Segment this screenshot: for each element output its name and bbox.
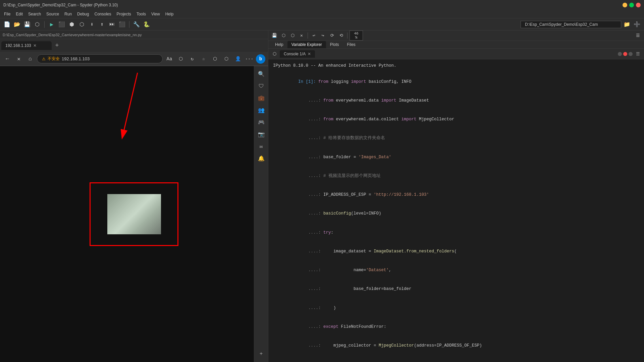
menu-search[interactable]: Search: [25, 11, 44, 17]
stop-button[interactable]: ⬛: [118, 20, 126, 29]
sidebar-shield-icon[interactable]: 🛡: [256, 81, 267, 92]
sp-sep2: [347, 33, 347, 39]
console-tab-label: Console 1/A: [284, 52, 306, 56]
sp-rotate2-button[interactable]: ⟲: [337, 32, 345, 40]
browse-folder-button[interactable]: 📁: [623, 20, 631, 29]
reader-view-button[interactable]: Aa: [165, 54, 174, 64]
add-path-button[interactable]: ➕: [633, 20, 641, 29]
title-text: D:\Esp_Cam\Spyder_Demo\Esp32_Cam - Spyde…: [3, 3, 623, 7]
sp-close-button[interactable]: ✕: [298, 32, 306, 40]
tab-help[interactable]: Help: [271, 41, 287, 48]
address-bar[interactable]: ⚠ 不安全 192.168.1.103: [37, 54, 163, 63]
code-line-2: ....: from everywhereml.data import Imag…: [273, 91, 639, 110]
console-tab-active[interactable]: Console 1/A ✕: [280, 50, 315, 58]
sidebar-bell-icon[interactable]: 🔔: [256, 153, 267, 164]
sidebar-add-icon[interactable]: +: [256, 349, 267, 359]
debug-button[interactable]: ⬡: [77, 20, 86, 29]
browser-tab-bar: 192.168.1.103 ✕ +: [0, 39, 268, 52]
console-dot-gray[interactable]: [618, 52, 622, 56]
sidebar-games-icon[interactable]: 🎮: [256, 117, 267, 128]
back-button[interactable]: ←: [3, 54, 12, 64]
menu-source[interactable]: Source: [44, 11, 62, 17]
download-button[interactable]: ⬡: [222, 54, 231, 64]
more-button[interactable]: ···: [245, 54, 254, 64]
menu-edit[interactable]: Edit: [13, 11, 25, 17]
new-file-button[interactable]: 📄: [3, 20, 11, 29]
run-cell-advance-button[interactable]: ⬢: [67, 20, 76, 29]
console-controls: [618, 52, 633, 56]
sidebar-people-icon[interactable]: 👥: [256, 105, 267, 116]
spyder-top-toolbar: 💾 ⬡ ⬡ ✕ ↩ ↪ ⟳ ⟲ 46 % ☰: [268, 31, 644, 41]
minimize-button[interactable]: [623, 3, 627, 7]
sp-menu-button[interactable]: ☰: [634, 32, 642, 40]
spyder-panel: 💾 ⬡ ⬡ ✕ ↩ ↪ ⟳ ⟲ 46 % ☰ Help Variable Exp…: [268, 31, 644, 362]
new-tab-button[interactable]: +: [52, 41, 62, 50]
console-dot-red[interactable]: [623, 52, 627, 56]
code-line-1: In [1]: from logging import basicConfig,…: [273, 72, 639, 91]
refresh-button[interactable]: ↻: [187, 54, 197, 64]
bing-button[interactable]: b: [256, 54, 265, 64]
run-button[interactable]: ▶: [47, 20, 56, 29]
sp-rotate-button[interactable]: ⟳: [328, 32, 336, 40]
find-button[interactable]: 🔧: [132, 20, 141, 29]
code-line-6: ....: # 视频流显示的那个网页地址: [273, 167, 639, 185]
spyder-toolbar: 📄 📂 💾 ⬡ ▶ ⬛ ⬢ ⬡ ⬇ ⬆ ⏭ ⬛ 🔧 🐍 D:\Esp_Cam\S…: [0, 18, 644, 31]
close-button[interactable]: [636, 3, 641, 7]
maximize-button[interactable]: [629, 3, 634, 7]
console-menu-button[interactable]: ☰: [635, 51, 641, 57]
menu-consoles[interactable]: Consoles: [92, 11, 114, 17]
step-button[interactable]: ⬇: [88, 20, 96, 29]
menu-tools[interactable]: Tools: [134, 11, 149, 17]
save-file-button[interactable]: 💾: [23, 20, 32, 29]
code-line-16: ....: image_dataset = mjpeg_collector.co…: [273, 355, 639, 362]
toolbar-sep-1: [44, 21, 45, 28]
console-header: ⬡ Console 1/A ✕ ☰: [268, 49, 644, 59]
console-tab-close[interactable]: ✕: [308, 52, 311, 56]
sidebar-camera-icon[interactable]: 📷: [256, 129, 267, 140]
menu-help[interactable]: Help: [163, 11, 176, 17]
menu-projects[interactable]: Projects: [114, 11, 134, 17]
collections-button[interactable]: ⬡: [210, 54, 220, 64]
home-button[interactable]: ⌂: [25, 54, 35, 64]
run-cell-button[interactable]: ⬛: [57, 20, 66, 29]
security-icon: ⚠: [42, 57, 46, 61]
sp-redo-button[interactable]: ↪: [319, 32, 327, 40]
sidebar-zoom-icon[interactable]: 🔍: [256, 69, 267, 79]
sidebar-briefcase-icon[interactable]: 💼: [256, 93, 267, 104]
sp-save-button[interactable]: 💾: [270, 32, 278, 40]
code-line-7: ....: IP_ADDRESS_OF_ESP = 'http://192.16…: [273, 185, 639, 204]
tab-plots[interactable]: Plots: [326, 41, 343, 48]
console-content: IPython 8.10.0 -- An enhanced Interactiv…: [268, 59, 644, 362]
split-view-button[interactable]: ⬡: [176, 54, 185, 64]
reload-button[interactable]: ✕: [14, 54, 23, 64]
code-line-5: ....: base_folder = 'Images_Data': [273, 148, 639, 167]
step-into-button[interactable]: ⬆: [98, 20, 106, 29]
sp-undo-button[interactable]: ↩: [310, 32, 318, 40]
code-line-11: ....: name='Dataset',: [273, 261, 639, 280]
browser-content: 🔍 🛡 💼 👥 🎮 📷 ✉ 🔔 +: [0, 66, 268, 362]
menu-debug[interactable]: Debug: [74, 11, 92, 17]
tab-files[interactable]: Files: [343, 41, 360, 48]
tab-close-button[interactable]: ✕: [33, 43, 37, 48]
main-area: D:\Esp_Cam\Spyder_Demo\Esp32_Cam\everywh…: [0, 31, 644, 362]
browser-tab-active[interactable]: 192.168.1.103 ✕: [1, 41, 52, 50]
file-path-bar: D:\Esp_Cam\Spyder_Demo\Esp32_Cam\everywh…: [3, 33, 142, 37]
sp-print-button[interactable]: ⬡: [288, 32, 297, 40]
menu-file[interactable]: File: [1, 11, 13, 17]
sidebar-send-icon[interactable]: ✉: [256, 141, 267, 152]
continue-button[interactable]: ⏭: [108, 20, 116, 29]
favorites-button[interactable]: ☆: [199, 54, 208, 64]
console-dot-close[interactable]: [629, 52, 633, 56]
address-text: 192.168.1.103: [62, 56, 158, 61]
save-all-button[interactable]: ⬡: [33, 20, 42, 29]
menu-run[interactable]: Run: [62, 11, 74, 17]
profile-button[interactable]: 👤: [233, 54, 243, 64]
code-line-9: ....: try:: [273, 223, 639, 242]
tab-variable-explorer[interactable]: Variable Explorer: [287, 41, 326, 48]
open-file-button[interactable]: 📂: [13, 20, 21, 29]
browser-panel: D:\Esp_Cam\Spyder_Demo\Esp32_Cam\everywh…: [0, 31, 268, 362]
menu-view[interactable]: View: [149, 11, 163, 17]
options-button[interactable]: 🐍: [142, 20, 151, 29]
console-panel-icon[interactable]: ⬡: [271, 51, 278, 57]
sp-saveas-button[interactable]: ⬡: [279, 32, 287, 40]
